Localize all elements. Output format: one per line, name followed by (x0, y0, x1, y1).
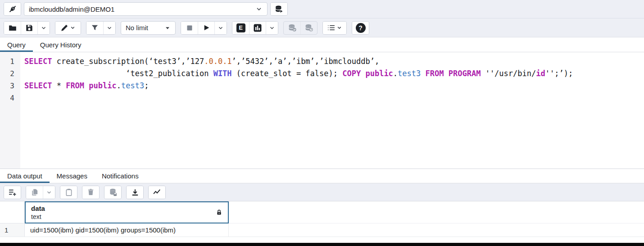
code-line[interactable]: SELECT * FROM public.test3; (24, 80, 644, 92)
tab-query-history[interactable]: Query History (33, 37, 89, 52)
column-header-data[interactable]: data text (25, 201, 229, 223)
numbered-list-icon (327, 23, 336, 32)
caret-down-icon (164, 25, 171, 31)
explain-button[interactable]: E (232, 22, 249, 34)
window-bottom-edge (0, 243, 644, 246)
grid-header-fill (229, 201, 644, 223)
copy-icon (31, 188, 39, 196)
explain-menu-button[interactable] (266, 22, 278, 34)
row-limit-value: No limit (126, 24, 164, 32)
database-save-icon (109, 188, 118, 197)
new-connection-button[interactable] (271, 3, 287, 15)
data-output-toolbar (0, 183, 644, 201)
output-tabbar: Data output Messages Notifications (0, 169, 644, 183)
line-number: 3 (0, 80, 20, 92)
copy-button[interactable] (26, 186, 43, 199)
open-file-button[interactable] (4, 22, 21, 34)
connection-bar: ibmclouddb/admin@DEMO1 (0, 0, 644, 18)
help-icon: ? (356, 23, 366, 33)
download-button[interactable] (127, 186, 143, 199)
column-name: data (31, 204, 216, 213)
tab-messages-label: Messages (57, 172, 87, 180)
rollback-button[interactable] (300, 22, 317, 34)
column-type: text (31, 213, 216, 221)
execute-button[interactable] (198, 22, 214, 34)
database-rollback-icon (304, 23, 313, 32)
chevron-down-icon (269, 25, 275, 31)
stop-button[interactable] (181, 22, 198, 34)
code-line[interactable] (24, 92, 644, 104)
code-line[interactable]: SELECT create_subscription(‘test3’,’127.… (24, 55, 644, 68)
tab-messages[interactable]: Messages (50, 169, 95, 183)
trash-icon (87, 188, 95, 196)
add-row-button[interactable] (4, 186, 21, 199)
funnel-icon (91, 24, 99, 32)
save-data-button[interactable] (104, 186, 121, 199)
stop-square-icon (186, 24, 193, 32)
database-arrow-icon (275, 5, 283, 14)
query-tool-window: ibmclouddb/admin@DEMO1 (0, 0, 644, 246)
play-icon (203, 24, 210, 32)
line-number: 2 (0, 68, 20, 80)
chevron-down-icon (336, 25, 342, 31)
database-check-icon (288, 23, 297, 32)
add-row-icon (8, 188, 17, 196)
query-toolbar: No limit E (0, 18, 644, 37)
copy-menu-button[interactable] (43, 186, 55, 199)
delete-button[interactable] (82, 186, 99, 199)
line-number: 1 (0, 55, 20, 68)
code-line[interactable]: ‘test2_publication WITH (create_slot = f… (24, 68, 644, 80)
tab-query-history-label: Query History (40, 41, 82, 49)
macros-button[interactable] (323, 22, 346, 34)
explain-icon: E (236, 23, 245, 32)
analyze-bars-icon (253, 23, 262, 32)
filter-button[interactable] (86, 22, 103, 34)
floppy-disk-icon (25, 24, 33, 32)
column-header-labels: data text (31, 204, 216, 221)
help-button[interactable]: ? (352, 22, 369, 34)
grid-header-row: data text (0, 201, 644, 223)
paste-button[interactable] (60, 186, 77, 199)
tab-notifications[interactable]: Notifications (95, 169, 146, 183)
connection-select-value: ibmclouddb/admin@DEMO1 (29, 5, 255, 13)
folder-icon (9, 24, 17, 32)
sql-editor: 1234 SELECT create_subscription(‘test3’,… (0, 52, 644, 169)
lock-icon (216, 209, 222, 216)
pencil-icon (60, 24, 68, 32)
grid-row-fill (229, 223, 644, 237)
row-data-cell[interactable]: uid=1500(ibm) gid=1500(ibm) groups=1500(… (25, 223, 229, 237)
chevron-down-icon (41, 25, 47, 31)
code-area[interactable]: SELECT create_subscription(‘test3’,’127.… (20, 52, 644, 169)
chevron-down-icon (106, 25, 113, 31)
line-number: 4 (0, 92, 20, 104)
connection-status-button[interactable] (4, 3, 21, 15)
chevron-down-icon (255, 5, 263, 13)
tab-query[interactable]: Query (0, 37, 33, 52)
editor-tabbar: Query Query History (0, 37, 644, 52)
chevron-down-icon (46, 189, 52, 196)
chart-button[interactable] (149, 186, 165, 199)
explain-analyze-button[interactable] (249, 22, 266, 34)
save-menu-button[interactable] (37, 22, 50, 34)
grid-corner-cell[interactable] (0, 201, 25, 223)
results-grid: data text 1 uid=1500(ibm) gid=1500(ibm) … (0, 201, 644, 246)
tab-data-output-label: Data output (7, 172, 42, 180)
filter-menu-button[interactable] (103, 22, 115, 34)
tab-notifications-label: Notifications (102, 172, 139, 180)
row-limit-select[interactable]: No limit (121, 21, 176, 35)
disconnected-plug-icon (9, 5, 17, 13)
chevron-down-icon (70, 25, 76, 31)
clipboard-icon (65, 188, 73, 196)
grid-data-row: 1 uid=1500(ibm) gid=1500(ibm) groups=150… (0, 223, 644, 237)
execute-menu-button[interactable] (214, 22, 227, 34)
save-button[interactable] (21, 22, 37, 34)
line-number-gutter: 1234 (0, 52, 20, 169)
line-chart-icon (153, 188, 161, 196)
row-number-cell[interactable]: 1 (0, 223, 25, 237)
edit-menu-button[interactable] (55, 22, 81, 34)
connection-select[interactable]: ibmclouddb/admin@DEMO1 (24, 2, 268, 16)
tab-data-output[interactable]: Data output (0, 169, 50, 183)
commit-button[interactable] (284, 22, 300, 34)
download-icon (131, 188, 139, 196)
tab-query-label: Query (7, 41, 26, 49)
